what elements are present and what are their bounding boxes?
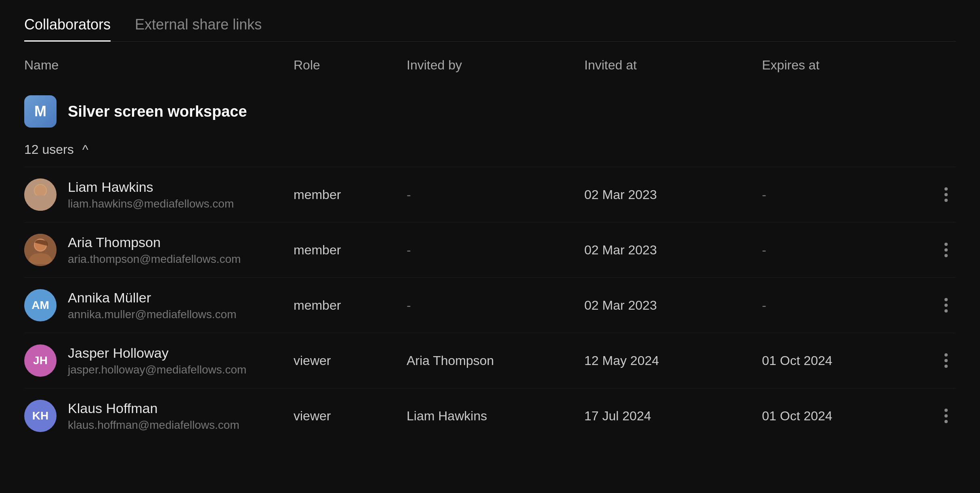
avatar: KH bbox=[24, 400, 57, 432]
user-invited-at: 02 Mar 2023 bbox=[584, 243, 762, 258]
table-row: Liam Hawkins liam.hawkins@mediafellows.c… bbox=[24, 167, 956, 222]
user-role: viewer bbox=[294, 409, 407, 424]
avatar bbox=[24, 178, 57, 211]
user-role: member bbox=[294, 298, 407, 313]
user-invited-by: Aria Thompson bbox=[407, 353, 584, 368]
tab-external-share-links[interactable]: External share links bbox=[135, 16, 262, 41]
col-header-invited-at: Invited at bbox=[584, 58, 762, 73]
user-email: liam.hawkins@mediafellows.com bbox=[68, 197, 234, 210]
col-header-role: Role bbox=[294, 58, 407, 73]
table-row: Aria Thompson aria.thompson@mediafellows… bbox=[24, 222, 956, 277]
user-invited-at: 17 Jul 2024 bbox=[584, 409, 762, 424]
three-dots-icon bbox=[944, 187, 948, 202]
user-email: klaus.hoffman@mediafellows.com bbox=[68, 419, 239, 432]
user-invited-at: 02 Mar 2023 bbox=[584, 298, 762, 313]
avatar: AM bbox=[24, 289, 57, 321]
user-email: annika.muller@mediafellows.com bbox=[68, 308, 236, 321]
user-invited-at: 12 May 2024 bbox=[584, 353, 762, 368]
users-list: Liam Hawkins liam.hawkins@mediafellows.c… bbox=[24, 167, 956, 443]
user-name: Aria Thompson bbox=[68, 235, 241, 250]
row-more-button[interactable] bbox=[923, 298, 956, 313]
user-invited-by: - bbox=[407, 243, 584, 258]
user-role: viewer bbox=[294, 353, 407, 368]
three-dots-icon bbox=[944, 298, 948, 313]
avatar: JH bbox=[24, 344, 57, 377]
user-info: Liam Hawkins liam.hawkins@mediafellows.c… bbox=[24, 178, 294, 211]
three-dots-icon bbox=[944, 243, 948, 257]
avatar bbox=[24, 234, 57, 266]
user-text: Annika Müller annika.muller@mediafellows… bbox=[68, 290, 236, 321]
table-row: JH Jasper Holloway jasper.holloway@media… bbox=[24, 333, 956, 388]
chevron-icon: ^ bbox=[82, 142, 88, 157]
three-dots-icon bbox=[944, 409, 948, 423]
table-row: AM Annika Müller annika.muller@mediafell… bbox=[24, 277, 956, 333]
user-email: jasper.holloway@mediafellows.com bbox=[68, 363, 246, 376]
user-expires-at: 01 Oct 2024 bbox=[762, 353, 923, 368]
user-info: AM Annika Müller annika.muller@mediafell… bbox=[24, 289, 294, 321]
table-header: Name Role Invited by Invited at Expires … bbox=[24, 42, 956, 81]
table-row: KH Klaus Hoffman klaus.hoffman@mediafell… bbox=[24, 388, 956, 443]
user-text: Klaus Hoffman klaus.hoffman@mediafellows… bbox=[68, 401, 239, 432]
row-more-button[interactable] bbox=[923, 353, 956, 368]
row-more-button[interactable] bbox=[923, 409, 956, 423]
user-email: aria.thompson@mediafellows.com bbox=[68, 253, 241, 266]
col-header-name: Name bbox=[24, 58, 294, 73]
user-info: JH Jasper Holloway jasper.holloway@media… bbox=[24, 344, 294, 377]
page-container: Collaborators External share links Name … bbox=[0, 0, 980, 443]
user-text: Liam Hawkins liam.hawkins@mediafellows.c… bbox=[68, 179, 234, 210]
workspace-row: M Silver screen workspace bbox=[24, 81, 956, 136]
row-more-button[interactable] bbox=[923, 243, 956, 257]
workspace-icon: M bbox=[24, 95, 57, 128]
user-name: Jasper Holloway bbox=[68, 345, 246, 361]
user-invited-by: Liam Hawkins bbox=[407, 409, 584, 424]
tabs-bar: Collaborators External share links bbox=[24, 0, 956, 42]
user-invited-by: - bbox=[407, 187, 584, 202]
user-name: Klaus Hoffman bbox=[68, 401, 239, 416]
user-expires-at: - bbox=[762, 243, 923, 258]
user-expires-at: 01 Oct 2024 bbox=[762, 409, 923, 424]
user-invited-at: 02 Mar 2023 bbox=[584, 187, 762, 202]
tab-collaborators[interactable]: Collaborators bbox=[24, 16, 111, 41]
three-dots-icon bbox=[944, 353, 948, 368]
user-name: Liam Hawkins bbox=[68, 179, 234, 195]
col-header-invited-by: Invited by bbox=[407, 58, 584, 73]
user-role: member bbox=[294, 187, 407, 202]
svg-rect-4 bbox=[30, 195, 51, 211]
workspace-name: Silver screen workspace bbox=[68, 103, 247, 120]
user-role: member bbox=[294, 243, 407, 258]
user-invited-by: - bbox=[407, 298, 584, 313]
user-text: Aria Thompson aria.thompson@mediafellows… bbox=[68, 235, 241, 266]
user-info: KH Klaus Hoffman klaus.hoffman@mediafell… bbox=[24, 400, 294, 432]
user-expires-at: - bbox=[762, 298, 923, 313]
col-header-actions bbox=[923, 58, 956, 73]
user-name: Annika Müller bbox=[68, 290, 236, 306]
col-header-expires-at: Expires at bbox=[762, 58, 923, 73]
user-count-toggle[interactable]: 12 users ^ bbox=[24, 136, 956, 167]
user-expires-at: - bbox=[762, 187, 923, 202]
user-text: Jasper Holloway jasper.holloway@mediafel… bbox=[68, 345, 246, 376]
row-more-button[interactable] bbox=[923, 187, 956, 202]
user-info: Aria Thompson aria.thompson@mediafellows… bbox=[24, 234, 294, 266]
svg-point-3 bbox=[35, 185, 46, 196]
